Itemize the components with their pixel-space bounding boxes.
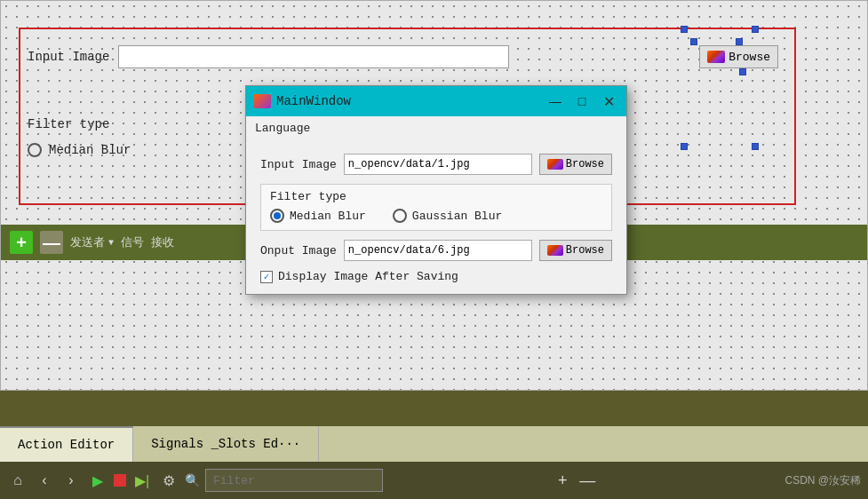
canvas-radio-circle[interactable] xyxy=(28,143,42,157)
bottom-plus-minus: + — xyxy=(552,470,598,491)
modal-input-field[interactable] xyxy=(344,154,532,175)
bottom-forward-button[interactable]: › xyxy=(60,470,82,491)
selection-handle-bm[interactable] xyxy=(681,143,688,150)
tab-signals-slots-label: Signals _Slots Ed··· xyxy=(151,437,300,451)
modal-output-browse-button[interactable]: Browse xyxy=(539,240,612,261)
modal-output-browse-icon xyxy=(547,245,563,256)
modal-title-icon xyxy=(253,94,271,108)
canvas-minus-label: — xyxy=(43,233,60,253)
bottom-bar: ⌂ ‹ › ▶ ▶| ⚙ 🔍 + — CSDN @汝安稀 xyxy=(0,462,868,499)
sender-dropdown[interactable]: 发送者 ▼ xyxy=(70,234,114,250)
bottom-filter-input[interactable] xyxy=(205,469,383,492)
handle-tl2[interactable] xyxy=(690,38,697,45)
modal-menu-language[interactable]: Language xyxy=(250,120,315,137)
modal-display-checkbox[interactable] xyxy=(260,271,273,283)
modal-title-text: MainWindow xyxy=(276,94,539,108)
canvas-input-textbox[interactable] xyxy=(118,45,509,68)
canvas-browse-label: Browse xyxy=(729,51,770,64)
canvas-area: Input Image Browse Filter type Median Bl… xyxy=(0,0,868,391)
canvas-radio-row: Median Blur xyxy=(28,143,131,157)
bottom-back-button[interactable]: ‹ xyxy=(34,470,55,491)
forward-icon: › xyxy=(68,472,73,488)
modal-output-browse-label: Browse xyxy=(566,244,604,257)
play-icon: ▶ xyxy=(92,472,103,489)
modal-median-label: Median Blur xyxy=(290,210,366,223)
bottom-gear-button[interactable]: ⚙ xyxy=(158,470,179,491)
modal-median-radio[interactable] xyxy=(270,209,284,223)
modal-maximize-button[interactable]: □ xyxy=(571,92,593,110)
modal-gaussian-label: Gaussian Blur xyxy=(412,210,502,223)
canvas-filter-row: Filter type xyxy=(28,116,109,132)
modal-median-blur-option[interactable]: Median Blur xyxy=(270,209,366,223)
bottom-stop-button[interactable] xyxy=(114,474,126,487)
modal-gaussian-radio[interactable] xyxy=(393,209,407,223)
modal-input-browse-button[interactable]: Browse xyxy=(539,154,612,175)
handle-tr2[interactable] xyxy=(736,38,743,45)
canvas-browse-button[interactable]: Browse xyxy=(699,45,778,68)
canvas-browse-icon xyxy=(707,51,725,63)
canvas-input-image-row: Input Image xyxy=(28,45,509,68)
bottom-step-button[interactable]: ▶| xyxy=(131,470,153,491)
back-icon: ‹ xyxy=(42,472,46,488)
modal-output-image-row: Onput Image Browse xyxy=(260,240,612,261)
sender-arrow: ▼ xyxy=(108,238,114,248)
modal-input-image-row: Input Image Browse xyxy=(260,154,612,175)
tab-signals-slots[interactable]: Signals _Slots Ed··· xyxy=(133,426,319,462)
selection-handle-tm[interactable] xyxy=(681,26,688,33)
modal-close-button[interactable]: ✕ xyxy=(598,92,619,110)
signal-label: 信号 xyxy=(121,234,144,250)
bottom-minus-button[interactable]: — xyxy=(577,470,598,491)
canvas-remove-button[interactable]: — xyxy=(40,231,63,254)
csdn-watermark: CSDN @汝安稀 xyxy=(784,473,861,488)
modal-gaussian-blur-option[interactable]: Gaussian Blur xyxy=(393,209,502,223)
bottom-plus-button[interactable]: + xyxy=(552,470,573,491)
plus-icon: + xyxy=(558,471,568,490)
modal-input-label: Input Image xyxy=(260,158,337,171)
modal-titlebar: MainWindow — □ ✕ xyxy=(246,86,626,116)
modal-filter-title: Filter type xyxy=(270,190,602,203)
canvas-browse-area: Browse xyxy=(699,45,778,68)
sender-label: 发送者 xyxy=(70,234,105,250)
step-icon: ▶| xyxy=(135,472,149,489)
tab-action-editor-label: Action Editor xyxy=(18,438,115,452)
modal-dialog: MainWindow — □ ✕ Language Input Image Br… xyxy=(245,85,627,295)
gear-icon: ⚙ xyxy=(163,472,175,489)
modal-body: Input Image Browse Filter type Median Bl… xyxy=(246,143,626,294)
canvas-median-label: Median Blur xyxy=(49,143,131,157)
search-icon: 🔍 xyxy=(185,473,200,488)
selection-handle-br[interactable] xyxy=(752,143,759,150)
modal-output-field[interactable] xyxy=(344,240,532,261)
canvas-filter-label: Filter type xyxy=(28,117,109,131)
canvas-input-label: Input Image xyxy=(28,50,109,64)
selection-handle-tr[interactable] xyxy=(752,26,759,33)
modal-display-checkbox-row: Display Image After Saving xyxy=(260,270,612,283)
modal-output-label: Onput Image xyxy=(260,244,337,257)
modal-input-browse-label: Browse xyxy=(566,158,604,170)
tabs-bar: Action Editor Signals _Slots Ed··· xyxy=(0,426,868,462)
receiver-label: 接收 xyxy=(151,234,174,250)
handle-bm2[interactable] xyxy=(739,68,746,75)
modal-input-browse-icon xyxy=(547,159,563,170)
modal-filter-options: Median Blur Gaussian Blur xyxy=(270,209,602,223)
minus-icon: — xyxy=(579,471,595,490)
bottom-home-icon: ⌂ xyxy=(13,472,22,488)
modal-minimize-button[interactable]: — xyxy=(545,92,566,110)
bottom-icon-left[interactable]: ⌂ xyxy=(7,470,28,491)
canvas-add-button[interactable]: + xyxy=(10,231,33,254)
modal-display-label: Display Image After Saving xyxy=(278,270,458,283)
modal-menu-bar: Language xyxy=(246,116,626,143)
bottom-play-button[interactable]: ▶ xyxy=(87,470,108,491)
tab-action-editor[interactable]: Action Editor xyxy=(0,426,133,462)
canvas-plus-label: + xyxy=(16,233,27,253)
modal-filter-section: Filter type Median Blur Gaussian Blur xyxy=(260,184,612,231)
